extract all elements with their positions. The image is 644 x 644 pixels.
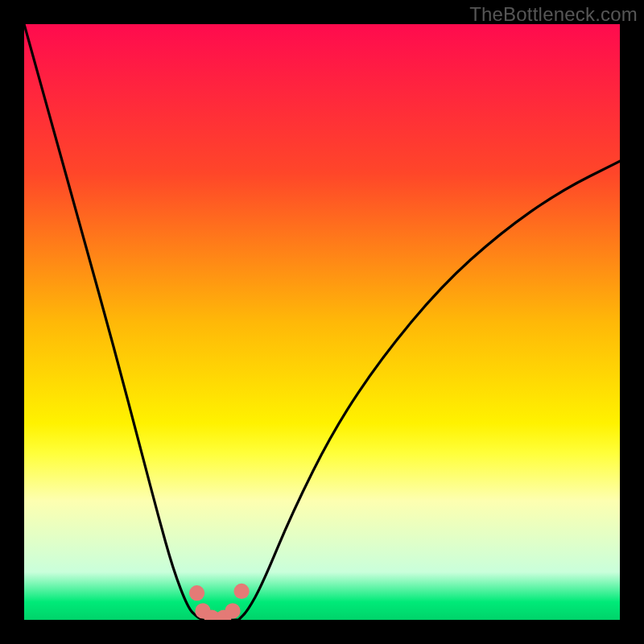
chart-svg (24, 24, 620, 620)
bottleneck-marker (233, 584, 249, 599)
gradient-background (24, 24, 620, 620)
bottleneck-marker (225, 603, 240, 618)
chart-plot-area (24, 24, 620, 620)
bottleneck-marker (189, 585, 204, 601)
watermark-label: TheBottleneck.com (469, 3, 638, 26)
chart-frame: TheBottleneck.com (0, 0, 644, 644)
